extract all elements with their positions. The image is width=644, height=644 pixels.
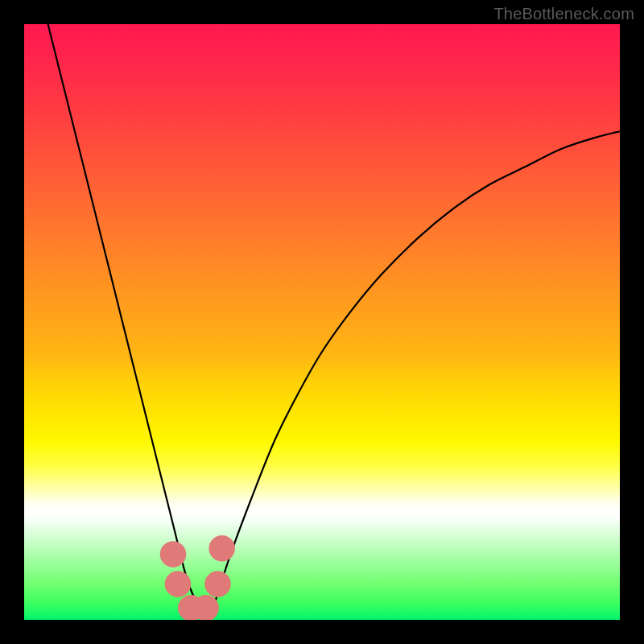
marker-left-upper: [160, 541, 187, 568]
marker-right-upper: [208, 535, 235, 562]
watermark-text: TheBottleneck.com: [493, 5, 634, 23]
marker-left-lower: [165, 571, 192, 597]
plot-area: [24, 24, 620, 620]
bottleneck-curve: [48, 24, 620, 609]
chart-svg: [24, 24, 620, 620]
marker-floor-right: [192, 595, 219, 620]
chart-frame: TheBottleneck.com: [0, 0, 644, 644]
marker-right-lower: [204, 571, 231, 597]
markers-group: [160, 535, 235, 620]
